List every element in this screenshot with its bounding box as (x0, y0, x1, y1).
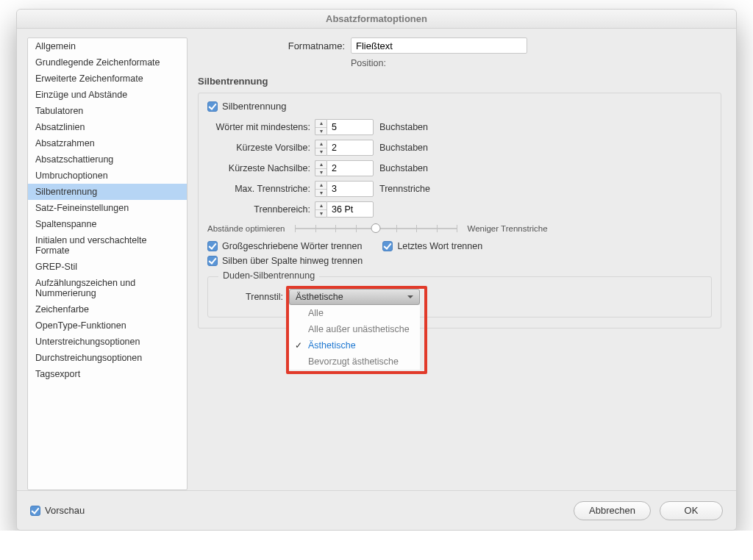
check-silben-spalte-label: Silben über Spalte hinweg trennen (222, 256, 363, 266)
stepper-arrows[interactable]: ▴▾ (315, 140, 326, 156)
hyphenation-fieldset: Silbentrennung Wörter mit mindestens:▴▾B… (198, 93, 721, 329)
chevron-up-icon[interactable]: ▴ (315, 202, 326, 210)
stepper-arrows[interactable]: ▴▾ (315, 201, 326, 218)
duden-legend: Duden-Silbentrennung (218, 270, 319, 281)
check-grossgeschrieben-box[interactable] (207, 241, 218, 251)
sidebar-item[interactable]: Zeichenfarbe (28, 301, 187, 317)
chevron-down-icon[interactable]: ▾ (315, 128, 326, 135)
trennstil-menu-item[interactable]: Ästhetische (289, 337, 420, 353)
numeric-row: Kürzeste Vorsilbe:▴▾Buchstaben (207, 140, 712, 156)
ok-button[interactable]: OK (660, 501, 723, 520)
slider-knob[interactable] (371, 223, 381, 233)
window-title: Absatzformatoptionen (17, 10, 736, 29)
numeric-input[interactable] (326, 160, 374, 176)
stepper-arrows[interactable]: ▴▾ (315, 160, 326, 176)
trennstil-dropdown[interactable]: Ästhetische (289, 289, 420, 305)
chevron-up-icon[interactable]: ▴ (315, 140, 326, 148)
slider-left-label: Abstände optimieren (207, 224, 285, 233)
stepper-arrows[interactable]: ▴▾ (315, 119, 326, 135)
chevron-down-icon[interactable]: ▾ (315, 169, 326, 176)
sidebar-item[interactable]: Aufzählungszeichen und Nummerierung (28, 275, 187, 301)
sidebar-item[interactable]: Absatzlinien (28, 119, 187, 135)
content-area: AllgemeinGrundlegende ZeichenformateErwe… (17, 29, 736, 490)
section-title: Silbentrennung (198, 76, 721, 87)
numeric-stepper[interactable]: ▴▾ (315, 140, 374, 156)
chevron-down-icon[interactable]: ▾ (315, 190, 326, 197)
numeric-input[interactable] (326, 181, 374, 197)
sidebar-item[interactable]: Satz-Feineinstellungen (28, 200, 187, 216)
check-letztes-wort-label: Letztes Wort trennen (397, 241, 482, 251)
numeric-input[interactable] (326, 201, 374, 218)
check-letztes-wort-box[interactable] (382, 241, 393, 251)
chevron-up-icon[interactable]: ▴ (315, 182, 326, 190)
stepper-arrows[interactable]: ▴▾ (315, 181, 326, 197)
numeric-unit: Buchstaben (379, 122, 428, 132)
trennstil-dropdown-wrap: Ästhetische AlleAlle außer unästhetische… (289, 289, 420, 305)
numeric-row: Trennbereich:▴▾ (207, 201, 712, 218)
trennstil-menu-item[interactable]: Bevorzugt ästhetische (289, 353, 420, 370)
sidebar-item[interactable]: Tabulatoren (28, 103, 187, 119)
sidebar-item[interactable]: Durchstreichungsoptionen (28, 350, 187, 366)
vorschau-toggle[interactable]: Vorschau (30, 505, 85, 516)
check-grossgeschrieben-label: Großgeschriebene Wörter trennen (222, 241, 362, 251)
numeric-stepper[interactable]: ▴▾ (315, 160, 374, 176)
numeric-stepper[interactable]: ▴▾ (315, 181, 374, 197)
sidebar-item[interactable]: Absatzschattierung (28, 151, 187, 168)
dialog-window: Absatzformatoptionen AllgemeinGrundlegen… (16, 9, 737, 531)
sidebar-item[interactable]: Unterstreichungsoptionen (28, 334, 187, 350)
trennstil-dropdown-value: Ästhetische (296, 292, 343, 302)
numeric-row: Max. Trennstriche:▴▾Trennstriche (207, 181, 712, 197)
chevron-down-icon[interactable]: ▾ (315, 148, 326, 156)
check-letztes-wort[interactable]: Letztes Wort trennen (382, 241, 482, 251)
trennstil-menu[interactable]: AlleAlle außer unästhetischeÄsthetischeB… (289, 305, 420, 370)
check-grossgeschrieben[interactable]: Großgeschriebene Wörter trennen (207, 241, 362, 251)
numeric-row: Wörter mit mindestens:▴▾Buchstaben (207, 119, 712, 135)
sidebar-item[interactable]: Initialen und verschachtelte Formate (28, 232, 187, 259)
sidebar-item[interactable]: GREP-Stil (28, 259, 187, 275)
numeric-unit: Buchstaben (379, 143, 428, 153)
sidebar-item[interactable]: Absatzrahmen (28, 135, 187, 151)
sidebar-item[interactable]: Silbentrennung (28, 184, 187, 200)
sidebar-item[interactable]: Allgemein (28, 38, 187, 54)
formatname-row: Formatname: (198, 37, 721, 54)
numeric-row: Kürzeste Nachsilbe:▴▾Buchstaben (207, 160, 712, 176)
enable-hyphenation-checkbox[interactable] (207, 101, 218, 112)
numeric-unit: Trennstriche (379, 184, 430, 194)
chevron-up-icon[interactable]: ▴ (315, 161, 326, 169)
vorschau-label: Vorschau (45, 505, 85, 516)
sidebar-item[interactable]: Tagsexport (28, 366, 187, 382)
numeric-input[interactable] (326, 119, 374, 135)
enable-hyphenation[interactable]: Silbentrennung (207, 101, 712, 112)
trennstil-menu-item[interactable]: Alle (289, 305, 420, 321)
cancel-button[interactable]: Abbrechen (574, 501, 651, 520)
formatname-input[interactable] (351, 37, 527, 54)
main-panel: Formatname: Position: Silbentrennung Sil… (188, 37, 726, 490)
sidebar-item[interactable]: Erweiterte Zeichenformate (28, 71, 187, 87)
sidebar-item[interactable]: Einzüge und Abstände (28, 87, 187, 103)
position-label: Position: (351, 58, 721, 68)
spacing-slider[interactable] (295, 223, 457, 234)
check-silben-spalte-box[interactable] (207, 256, 218, 266)
check-silben-spalte[interactable]: Silben über Spalte hinweg trennen (207, 256, 363, 266)
chevron-up-icon[interactable]: ▴ (315, 120, 326, 128)
numeric-label: Trennbereich: (207, 204, 310, 215)
numeric-input[interactable] (326, 140, 374, 156)
trennstil-menu-item[interactable]: Alle außer unästhetische (289, 321, 420, 337)
numeric-stepper[interactable]: ▴▾ (315, 201, 374, 218)
numeric-label: Max. Trennstriche: (207, 184, 310, 194)
numeric-label: Kürzeste Nachsilbe: (207, 163, 310, 173)
formatname-label: Formatname: (198, 40, 345, 51)
sidebar-item[interactable]: Spaltenspanne (28, 216, 187, 232)
dialog-footer: Vorschau Abbrechen OK (17, 490, 736, 530)
numeric-unit: Buchstaben (379, 163, 428, 173)
slider-row: Abstände optimieren Wenig (207, 223, 712, 234)
sidebar-item[interactable]: OpenType-Funktionen (28, 317, 187, 334)
slider-right-label: Weniger Trennstriche (467, 224, 547, 233)
sidebar-item[interactable]: Grundlegende Zeichenformate (28, 54, 187, 71)
trennstil-label: Trennstil: (217, 289, 283, 302)
numeric-stepper[interactable]: ▴▾ (315, 119, 374, 135)
category-sidebar: AllgemeinGrundlegende ZeichenformateErwe… (27, 37, 188, 490)
chevron-down-icon[interactable]: ▾ (315, 210, 326, 218)
vorschau-checkbox[interactable] (30, 506, 40, 516)
sidebar-item[interactable]: Umbruchoptionen (28, 168, 187, 184)
